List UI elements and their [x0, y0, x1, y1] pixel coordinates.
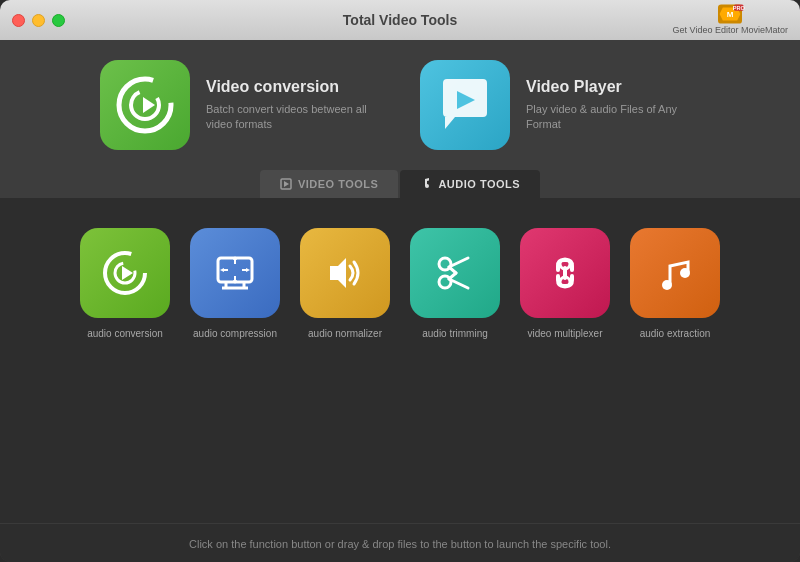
video-conversion-text: Video conversion Batch convert videos be…	[206, 78, 380, 133]
audio-trimming-icon	[410, 228, 500, 318]
tools-section: audio conversion	[0, 198, 800, 523]
moviemator-logo-icon: M PRO	[718, 4, 742, 24]
svg-marker-26	[330, 258, 346, 288]
video-tools-icon	[280, 178, 292, 190]
tab-bar: VIDEO TOOLS AUDIO TOOLS	[0, 170, 800, 198]
tool-audio-extraction[interactable]: audio extraction	[630, 228, 720, 339]
svg-marker-13	[122, 266, 133, 280]
traffic-lights	[12, 14, 65, 27]
minimize-button[interactable]	[32, 14, 45, 27]
tools-grid: audio conversion	[40, 228, 760, 339]
audio-extraction-label: audio extraction	[640, 328, 711, 339]
tool-audio-compression[interactable]: audio compression	[190, 228, 280, 339]
video-player-title: Video Player	[526, 78, 700, 96]
footer-text: Click on the function button or dray & d…	[189, 538, 611, 550]
title-bar: Total Video Tools M PRO Get Video Editor…	[0, 0, 800, 40]
svg-point-36	[662, 280, 672, 290]
footer: Click on the function button or dray & d…	[0, 523, 800, 562]
svg-point-37	[680, 268, 690, 278]
video-conversion-desc: Batch convert videos between all video f…	[206, 102, 380, 133]
audio-normalizer-label: audio normalizer	[308, 328, 382, 339]
tab-audio-tools[interactable]: AUDIO TOOLS	[400, 170, 540, 198]
tab-audio-tools-label: AUDIO TOOLS	[438, 178, 520, 190]
svg-marker-7	[143, 97, 155, 113]
svg-marker-10	[284, 181, 289, 187]
app-window: Total Video Tools M PRO Get Video Editor…	[0, 0, 800, 562]
audio-tools-icon	[420, 178, 432, 190]
tool-audio-trimming[interactable]: audio trimming	[410, 228, 500, 339]
video-player-desc: Play video & audio Files of Any Format	[526, 102, 700, 133]
audio-conversion-label: audio conversion	[87, 328, 163, 339]
tab-video-tools[interactable]: VIDEO TOOLS	[260, 170, 398, 198]
video-player-card[interactable]: Video Player Play video & audio Files of…	[420, 60, 700, 150]
tab-video-tools-label: VIDEO TOOLS	[298, 178, 378, 190]
tool-audio-normalizer[interactable]: audio normalizer	[300, 228, 390, 339]
audio-normalizer-icon	[300, 228, 390, 318]
window-title: Total Video Tools	[343, 12, 457, 28]
video-conversion-icon	[100, 60, 190, 150]
svg-marker-21	[246, 268, 250, 272]
svg-text:PRO: PRO	[733, 5, 746, 11]
svg-line-32	[449, 273, 456, 279]
video-player-text: Video Player Play video & audio Files of…	[526, 78, 700, 133]
audio-compression-label: audio compression	[193, 328, 277, 339]
svg-marker-19	[220, 268, 224, 272]
feature-cards-section: Video conversion Batch convert videos be…	[0, 40, 800, 170]
video-multiplexer-label: video multiplexer	[527, 328, 602, 339]
video-multiplexer-icon	[520, 228, 610, 318]
maximize-button[interactable]	[52, 14, 65, 27]
video-player-icon	[420, 60, 510, 150]
video-conversion-card[interactable]: Video conversion Batch convert videos be…	[100, 60, 380, 150]
video-conversion-title: Video conversion	[206, 78, 380, 96]
svg-point-34	[560, 259, 570, 269]
tool-video-multiplexer[interactable]: video multiplexer	[520, 228, 610, 339]
close-button[interactable]	[12, 14, 25, 27]
branding-area: M PRO Get Video Editor MovieMator	[673, 4, 788, 36]
svg-point-35	[560, 277, 570, 287]
audio-extraction-icon	[630, 228, 720, 318]
audio-compression-icon	[190, 228, 280, 318]
tool-audio-conversion[interactable]: audio conversion	[80, 228, 170, 339]
audio-trimming-label: audio trimming	[422, 328, 488, 339]
svg-text:M: M	[727, 10, 734, 19]
branding-label: Get Video Editor MovieMator	[673, 25, 788, 36]
audio-conversion-icon	[80, 228, 170, 318]
